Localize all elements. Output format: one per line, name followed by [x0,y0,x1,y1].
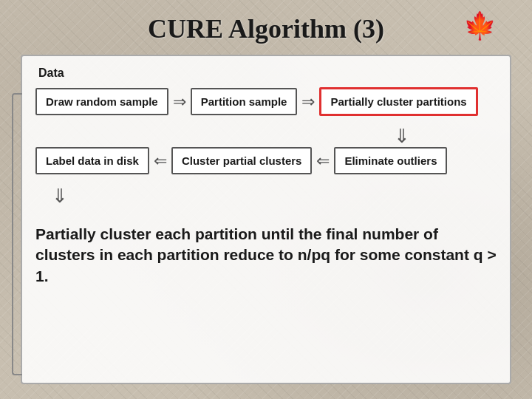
flow-row-2: Label data in disk ⇐ Cluster partial clu… [35,147,497,174]
arrow-2-icon: ⇒ [301,92,315,112]
bottom-down-arrow: ⇓ [35,185,83,208]
data-label: Data [38,66,497,80]
down-arrow-right-icon: ⇓ [394,126,410,146]
partially-cluster-partitions-box: Partially cluster partitions [319,87,477,116]
maple-leaf-icon: 🍁 [463,10,497,41]
draw-random-sample-box: Draw random sample [35,88,168,115]
arrow-1-icon: ⇒ [173,92,186,112]
content-panel: Data Draw random sample ⇒ Partition samp… [21,55,511,384]
slide-title: CURE Algorithm (3) [148,13,384,44]
partition-sample-box: Partition sample [191,88,298,115]
slide-container: CURE Algorithm (3) 🍁 Data Draw random sa… [0,0,532,399]
bottom-arrow-row: ⇓ [35,185,497,208]
label-data-in-disk-box: Label data in disk [35,147,149,174]
arrow-3-icon: ⇐ [154,151,167,171]
description-text: Partially cluster each partition until t… [35,219,497,287]
down-arrow-left-icon: ⇓ [52,185,68,208]
flow-row-1: Draw random sample ⇒ Partition sample ⇒ … [35,87,497,116]
arrow-row: ⇓ [35,126,497,146]
arrow-4-icon: ⇐ [316,151,330,171]
cluster-partial-clusters-box: Cluster partial clusters [171,147,313,174]
right-down-arrow: ⇓ [307,126,497,146]
title-area: CURE Algorithm (3) 🍁 [21,13,511,44]
eliminate-outliers-box: Eliminate outliers [334,147,447,174]
